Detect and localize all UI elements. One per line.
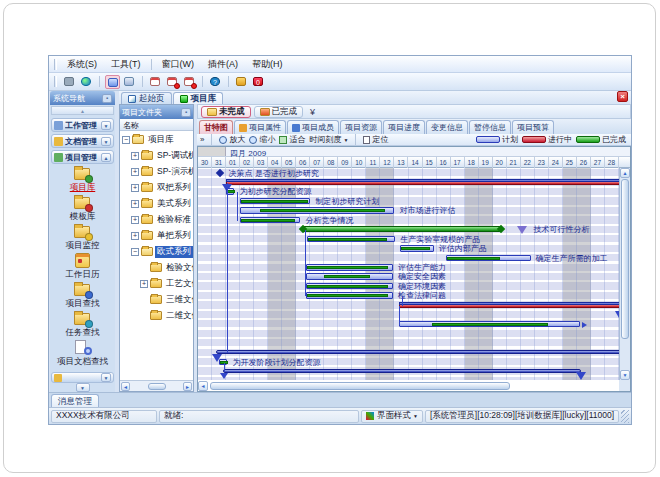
folder-open-icon[interactable]	[105, 75, 120, 89]
sidebar-item-doc-search[interactable]: 项目文档查找	[50, 339, 115, 368]
timescale-button[interactable]: 时间刻度▼	[309, 134, 348, 145]
tree-hscrollbar[interactable]: ◄ ►	[120, 380, 193, 391]
nav-group-2[interactable]: 项目管理▲	[51, 150, 114, 164]
scroll-left-icon[interactable]: ◄	[198, 381, 208, 391]
sidebar-item-folder-monitor[interactable]: 项目监控	[50, 223, 115, 252]
pin-icon[interactable]: ▪	[102, 94, 112, 103]
tab-budget[interactable]: 项目预算	[512, 120, 554, 134]
expand-icon[interactable]: +	[131, 216, 139, 224]
expand-icon[interactable]: +	[131, 232, 139, 240]
sidebar-item-folder-template[interactable]: 模板库	[50, 194, 115, 223]
filter-tab-finished[interactable]: 已完成	[254, 106, 304, 118]
tree-item[interactable]: +检验标准	[131, 212, 193, 227]
tree-item[interactable]: +双把系列	[131, 180, 193, 195]
tab-start-page[interactable]: 起始页	[121, 92, 172, 104]
expand-icon[interactable]: +	[131, 152, 139, 160]
toolbar-overflow[interactable]: »	[200, 135, 204, 144]
tree-hscroll-thumb[interactable]	[148, 383, 166, 390]
grid-line	[576, 168, 577, 380]
toolbar-separator	[99, 76, 100, 87]
tab-gantt[interactable]: 甘特图	[199, 120, 233, 134]
tab-resources[interactable]: 项目资源	[340, 120, 382, 134]
nav-group-partial[interactable]: ▼	[51, 372, 114, 383]
tab-changes[interactable]: 变更信息	[426, 120, 468, 134]
collapse-icon[interactable]: −	[122, 136, 130, 144]
filter-tab-unfinished[interactable]: 未完成	[201, 106, 251, 118]
help-icon[interactable]: ?	[208, 75, 223, 89]
zoom-out-button[interactable]: 缩小	[249, 134, 275, 145]
nav-group-1[interactable]: 文档管理▼	[51, 134, 114, 148]
nav-scroll-up[interactable]: ▲	[51, 106, 114, 115]
menu-item-0[interactable]: 系统(S)	[60, 57, 104, 72]
scroll-right-icon[interactable]: ►	[197, 381, 198, 391]
sidebar-item-folder-search-project[interactable]: 项目查找	[50, 281, 115, 310]
calendar-badge-icon[interactable]	[165, 75, 180, 89]
expand-icon[interactable]: +	[131, 168, 139, 176]
gantt-vscrollbar[interactable]: ▲ ▼	[619, 168, 630, 380]
tab-label: 项目资源	[345, 122, 377, 133]
grid-line	[534, 168, 535, 380]
chevron-down-icon[interactable]: ▼	[101, 137, 111, 146]
menu-item-2[interactable]: 窗口(W)	[155, 57, 202, 72]
tree-item[interactable]: 三维文件	[140, 292, 193, 307]
gantt-hscroll-thumb[interactable]	[210, 382, 510, 390]
chevron-up-icon[interactable]: ▲	[101, 153, 111, 162]
tree-item[interactable]: +SP-演示机系	[131, 164, 193, 179]
day-header-cell: 30	[198, 157, 212, 168]
filter-more[interactable]: ¥	[310, 107, 315, 117]
tree-item[interactable]: +工艺文件	[140, 276, 193, 291]
tree-item[interactable]: +美式系列	[131, 196, 193, 211]
sidebar-item-folder-project[interactable]: 项目库	[50, 165, 115, 194]
locate-button[interactable]: 定位	[363, 134, 388, 145]
collapse-icon[interactable]: −	[131, 248, 139, 256]
resize-grip[interactable]	[621, 410, 629, 423]
folder-copy-icon[interactable]	[122, 75, 137, 89]
tree-pin-icon[interactable]: ▪	[181, 108, 191, 117]
globe-icon[interactable]	[79, 75, 94, 89]
expand-icon[interactable]: +	[131, 200, 139, 208]
grid-line	[450, 168, 451, 380]
tree-item[interactable]: +SP-调试机系	[131, 148, 193, 163]
nav-group-0[interactable]: 工作管理▼	[51, 118, 114, 132]
tab-members[interactable]: 项目成员	[287, 120, 339, 134]
fit-button[interactable]: 适合	[279, 134, 305, 145]
expand-icon[interactable]: +	[140, 280, 148, 288]
menu-item-1[interactable]: 工具(T)	[104, 57, 148, 72]
nav-scroll-down[interactable]: ▼	[50, 383, 115, 392]
tree-header: 项目文件夹 ▪	[120, 105, 193, 119]
scroll-down-icon[interactable]: ▼	[620, 370, 630, 380]
task-label: 制定初步研究计划	[315, 198, 379, 206]
tree-item[interactable]: 检验文件	[140, 260, 193, 275]
zoom-in-button[interactable]: 放大	[219, 134, 245, 145]
close-icon[interactable]: ×	[617, 91, 628, 102]
menu-separator	[151, 59, 152, 70]
tree-item[interactable]: +单把系列	[131, 228, 193, 243]
tree-item[interactable]: 二维文件	[140, 308, 193, 323]
tab-message-management[interactable]: 消息管理	[51, 394, 99, 407]
calendar-icon[interactable]	[148, 75, 163, 89]
style-cell[interactable]: 界面样式▼	[361, 410, 423, 423]
scroll-up-icon[interactable]: ▲	[620, 168, 630, 178]
sidebar-item-calendar[interactable]: 工作日历	[50, 252, 115, 281]
lock-icon[interactable]	[234, 75, 249, 89]
tab-progress[interactable]: 项目进度	[383, 120, 425, 134]
menu-item-3[interactable]: 插件(A)	[201, 57, 245, 72]
tree-item[interactable]: −欧式系列	[131, 244, 193, 259]
chevron-down-icon[interactable]: ▼	[101, 121, 111, 130]
scroll-right-icon[interactable]: ►	[183, 382, 192, 391]
tab-pauses[interactable]: 暂停信息	[469, 120, 511, 134]
tab-project-library[interactable]: 项目库	[173, 92, 224, 104]
menu-item-4[interactable]: 帮助(H)	[245, 57, 290, 72]
legend-label: 已完成	[602, 134, 626, 145]
sidebar-item-folder-search-task[interactable]: 任务查找	[50, 310, 115, 339]
tab-properties[interactable]: 项目属性	[234, 120, 286, 134]
gantt-vscroll-thumb[interactable]	[621, 179, 629, 339]
calendar-badge2-icon[interactable]	[182, 75, 197, 89]
expand-icon[interactable]: +	[131, 184, 139, 192]
power-icon[interactable]: 0	[251, 75, 266, 89]
monitor-icon[interactable]	[62, 75, 77, 89]
tree-item[interactable]: −项目库	[122, 132, 176, 147]
folder-icon	[141, 231, 153, 240]
tree-column-header[interactable]: 名称	[120, 119, 193, 131]
scroll-left-icon[interactable]: ◄	[121, 382, 130, 391]
